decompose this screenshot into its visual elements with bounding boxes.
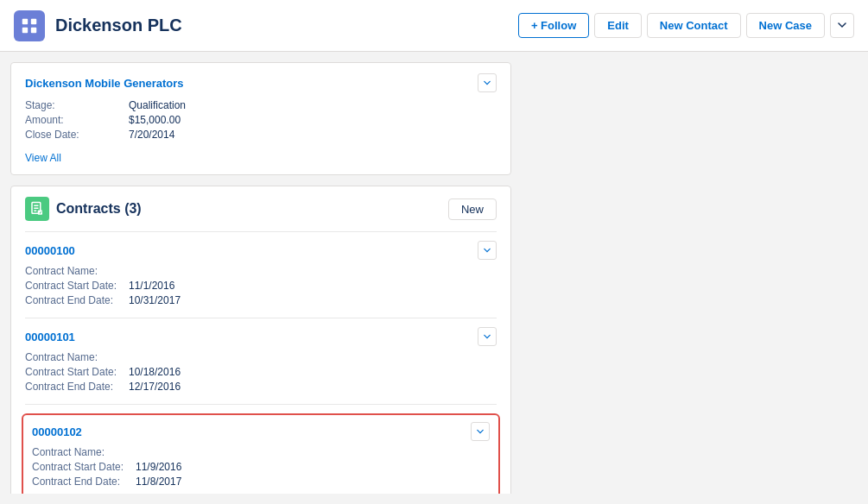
opportunity-dropdown[interactable] (478, 73, 497, 92)
contract-end-row-1: Contract End Date: 10/31/2017 (25, 294, 497, 306)
chevron-down-icon (477, 428, 484, 435)
contract-item-1: 00000100 Contract Name: Contract Start D… (25, 231, 497, 318)
more-actions-button[interactable] (830, 13, 854, 38)
contract-id-2: 00000101 (25, 331, 75, 343)
contract-link-1[interactable]: 00000100 (25, 241, 497, 260)
opportunity-link[interactable]: Dickenson Mobile Generators (25, 73, 497, 92)
new-case-button[interactable]: New Case (746, 13, 825, 38)
svg-rect-2 (22, 27, 28, 32)
contract-end-row-3: Contract End Date: 11/8/2017 (32, 476, 490, 488)
contract-id-3: 00000102 (32, 425, 82, 438)
contract-start-label-2: Contract Start Date: (25, 366, 129, 378)
contract-item-3: 00000102 Contract Name: Contract Start D… (25, 404, 497, 494)
contract-dropdown-2[interactable] (478, 327, 497, 346)
edit-button[interactable]: Edit (594, 13, 642, 38)
contract-end-row-2: Contract End Date: 12/17/2016 (25, 381, 497, 393)
contract-end-value-3: 11/8/2017 (136, 476, 181, 488)
opportunity-view-all[interactable]: View All (25, 152, 61, 164)
svg-rect-1 (31, 18, 36, 23)
amount-value: $15,000.00 (129, 114, 181, 126)
contract-start-row-2: Contract Start Date: 10/18/2016 (25, 366, 497, 378)
company-name: Dickenson PLC (55, 16, 182, 35)
contract-end-value-2: 12/17/2016 (129, 381, 181, 393)
new-contract-button[interactable]: New (448, 198, 497, 220)
svg-rect-3 (31, 27, 36, 32)
contract-id-1: 00000100 (25, 244, 75, 257)
close-date-value: 7/20/2014 (129, 129, 174, 141)
follow-button[interactable]: + Follow (518, 13, 589, 38)
contract-end-label-3: Contract End Date: (32, 476, 136, 488)
close-date-row: Close Date: 7/20/2014 (25, 129, 497, 141)
building-icon (20, 16, 39, 35)
contract-start-label-3: Contract Start Date: (32, 461, 136, 473)
contracts-section-header: ✓ Contracts (3) New (25, 197, 497, 221)
opportunity-card: Dickenson Mobile Generators Stage: Quali… (10, 62, 511, 175)
stage-value: Qualification (129, 99, 186, 111)
svg-text:✓: ✓ (39, 210, 42, 215)
amount-label: Amount: (25, 114, 129, 126)
page-header: Dickenson PLC + Follow Edit New Contact … (0, 0, 868, 52)
contracts-section-title: Contracts (3) (56, 201, 142, 217)
contract-start-row-3: Contract Start Date: 11/9/2016 (32, 461, 490, 473)
svg-rect-0 (22, 18, 28, 23)
company-icon (14, 10, 45, 41)
amount-row: Amount: $15,000.00 (25, 114, 497, 126)
chevron-down-icon (484, 79, 491, 86)
contract-highlighted-box: 00000102 Contract Name: Contract Start D… (22, 413, 500, 494)
contract-name-row-1: Contract Name: (25, 265, 497, 277)
new-contact-button[interactable]: New Contact (647, 13, 741, 38)
chevron-down-icon (838, 21, 846, 29)
contract-name-label-1: Contract Name: (25, 265, 129, 277)
contracts-title: ✓ Contracts (3) (25, 197, 142, 221)
contract-name-label-3: Contract Name: (32, 446, 136, 458)
contract-start-row-1: Contract Start Date: 11/1/2016 (25, 280, 497, 292)
right-panel (522, 62, 858, 494)
opportunity-name: Dickenson Mobile Generators (25, 77, 184, 90)
header-left: Dickenson PLC (14, 10, 182, 41)
contract-start-value-1: 11/1/2016 (129, 280, 174, 292)
stage-row: Stage: Qualification (25, 99, 497, 111)
left-panel: Dickenson Mobile Generators Stage: Quali… (10, 62, 511, 494)
contract-end-label-1: Contract End Date: (25, 294, 129, 306)
contract-end-value-1: 10/31/2017 (129, 294, 181, 306)
stage-label: Stage: (25, 99, 129, 111)
chevron-down-icon (484, 333, 491, 340)
chevron-down-icon (484, 247, 491, 254)
contract-item-2: 00000101 Contract Name: Contract Start D… (25, 318, 497, 404)
contract-name-row-2: Contract Name: (25, 351, 497, 363)
contract-dropdown-3[interactable] (471, 422, 490, 441)
document-icon: ✓ (29, 201, 45, 217)
contract-end-label-2: Contract End Date: (25, 381, 129, 393)
contract-name-row-3: Contract Name: (32, 446, 490, 458)
close-date-label: Close Date: (25, 129, 129, 141)
contract-start-label-1: Contract Start Date: (25, 280, 129, 292)
contract-start-value-3: 11/9/2016 (136, 461, 181, 473)
contract-link-3[interactable]: 00000102 (32, 422, 490, 441)
contracts-card: ✓ Contracts (3) New 00000100 (10, 186, 511, 494)
contract-name-label-2: Contract Name: (25, 351, 129, 363)
contracts-icon: ✓ (25, 197, 49, 221)
main-content: Dickenson Mobile Generators Stage: Quali… (0, 52, 868, 504)
contract-link-2[interactable]: 00000101 (25, 327, 497, 346)
header-buttons: + Follow Edit New Contact New Case (518, 13, 854, 38)
contract-start-value-2: 10/18/2016 (129, 366, 181, 378)
contract-dropdown-1[interactable] (478, 241, 497, 260)
